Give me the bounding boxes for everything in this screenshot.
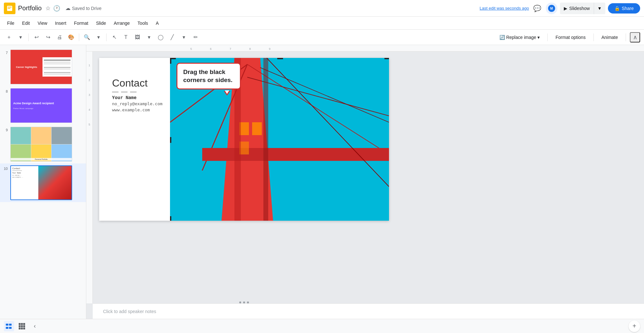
menu-more[interactable]: A <box>153 19 162 27</box>
slide-thumb-9: Personal Portfolio <box>10 127 72 162</box>
menu-file[interactable]: File <box>4 19 18 27</box>
line-tool[interactable]: ╱ <box>167 32 177 42</box>
svg-rect-21 <box>9 324 12 326</box>
tooltip-box: Drag the black corners or sides. <box>176 63 241 89</box>
menu-tools[interactable]: Tools <box>134 19 151 27</box>
zoom-button[interactable]: 🔍 <box>82 32 92 42</box>
last-edit[interactable]: Last edit was seconds ago <box>480 6 529 11</box>
replace-image-button[interactable]: 🔄 Replace image ▾ <box>496 33 544 42</box>
separator-5 <box>593 33 594 41</box>
horizontal-ruler: 5 6 7 8 9 <box>86 45 644 51</box>
slide-canvas[interactable]: Contact Your Name no_reply@example.com w… <box>99 58 389 221</box>
svg-rect-3 <box>8 8 10 9</box>
separator-4 <box>547 33 548 41</box>
menu-slide[interactable]: Slide <box>93 19 109 27</box>
redo-button[interactable]: ↪ <box>43 32 53 42</box>
menu-view[interactable]: View <box>34 19 51 27</box>
menu-insert[interactable]: Insert <box>52 19 70 27</box>
slide-item-7[interactable]: 7 Career highlights <box>0 48 86 86</box>
grid-view-button[interactable] <box>17 321 27 331</box>
print-button[interactable]: 🖨 <box>54 32 65 42</box>
ruler-tick: 7 <box>230 47 231 51</box>
slide-thumb-8: Acme Design Award recipient Parker Music… <box>10 88 72 123</box>
zoom-dropdown[interactable]: ▾ <box>93 32 104 42</box>
divider-2 <box>121 92 128 92</box>
canvas-wrapper: Contact Your Name no_reply@example.com w… <box>99 58 389 297</box>
s9-cell-1 <box>11 127 31 144</box>
menu-format[interactable]: Format <box>71 19 91 27</box>
slide-item-10[interactable]: 10 Contact Your Name no_reply@... www.ex… <box>0 163 86 202</box>
slideshow-dropdown[interactable]: ▾ <box>594 3 605 14</box>
svg-rect-23 <box>9 327 12 329</box>
separator-1 <box>28 33 29 41</box>
top-bar: Portfolio ☆ 🕐 ☁ Saved to Drive Last edit… <box>0 0 644 17</box>
toolbar: + ▾ ↩ ↪ 🖨 🎨 🔍 ▾ ↖ T 🖼 ▾ ◯ ╱ ▾ ✏ 🔄 Replac… <box>0 30 644 45</box>
slide-item-8[interactable]: 8 Acme Design Award recipient Parker Mus… <box>0 86 86 125</box>
line-dropdown[interactable]: ▾ <box>179 32 189 42</box>
slide-number-8: 8 <box>3 88 8 93</box>
svg-rect-26 <box>23 323 25 325</box>
bottom-toolbar: ‹ + <box>0 319 644 333</box>
speaker-notes[interactable]: Click to add speaker notes <box>93 303 644 319</box>
collapse-panel-button[interactable]: ‹ <box>30 321 40 331</box>
title-actions: ☆ 🕐 ☁ Saved to Drive <box>45 5 101 12</box>
cloud-icon: ☁ <box>65 5 71 11</box>
svg-text:M: M <box>550 7 553 10</box>
animate-button[interactable]: Animate <box>598 33 622 42</box>
image-toolbar: 🔄 Replace image ▾ Format options Animate… <box>496 32 640 42</box>
paint-format-button[interactable]: 🎨 <box>66 32 76 42</box>
svg-rect-28 <box>21 325 23 327</box>
slideshow-button[interactable]: ▶ Slideshow ▾ <box>560 3 605 14</box>
slide-item-9[interactable]: 9 Personal Portfolio <box>0 125 86 163</box>
separator-2 <box>79 33 79 41</box>
add-dropdown[interactable]: ▾ <box>15 32 26 42</box>
history-icon[interactable]: 🕐 <box>53 5 60 12</box>
lock-icon: 🔒 <box>614 6 620 11</box>
undo-button[interactable]: ↩ <box>31 32 42 42</box>
image-tool[interactable]: 🖼 <box>132 32 143 42</box>
google-meet-button[interactable]: M <box>546 3 557 14</box>
pen-tool[interactable]: ✏ <box>190 32 201 42</box>
select-tool[interactable]: ↖ <box>109 32 119 42</box>
s9-cell-3 <box>52 127 72 144</box>
top-right-actions: 💬 M ▶ Slideshow ▾ 🔒 Share <box>532 3 640 14</box>
menu-edit[interactable]: Edit <box>19 19 33 27</box>
s9-label: Personal Portfolio <box>11 158 72 161</box>
canvas-and-ruler: 1 2 3 4 5 Contact Y <box>86 51 644 303</box>
ruler-tick: 9 <box>269 47 270 51</box>
svg-rect-12 <box>202 148 389 161</box>
slide-dot-2 <box>243 301 245 303</box>
add-slide-button[interactable]: + <box>629 320 640 332</box>
saved-status: ☁ Saved to Drive <box>65 5 101 11</box>
slide-dot-1 <box>239 301 241 303</box>
slideshow-main[interactable]: ▶ Slideshow <box>560 3 594 14</box>
format-options-button[interactable]: Format options <box>552 33 589 42</box>
text-tool[interactable]: T <box>121 32 131 42</box>
svg-rect-22 <box>6 327 8 329</box>
separator-6 <box>626 33 626 41</box>
menu-arrange[interactable]: Arrange <box>110 19 133 27</box>
svg-rect-17 <box>263 58 268 221</box>
image-dropdown[interactable]: ▾ <box>144 32 154 42</box>
vertical-ruler: 1 2 3 4 5 <box>86 51 93 303</box>
shape-tool[interactable]: ◯ <box>156 32 166 42</box>
s8-content: Acme Design Award recipient Parker Music… <box>11 99 57 112</box>
main-content: 7 Career highlights 8 <box>0 45 644 319</box>
replace-icon: 🔄 <box>499 35 505 40</box>
add-button[interactable]: + <box>4 32 14 42</box>
comments-button[interactable]: 💬 <box>532 3 543 14</box>
slide-number-9: 9 <box>3 127 8 132</box>
share-button[interactable]: 🔒 Share <box>608 3 640 14</box>
s9-grid <box>11 127 72 161</box>
s7-left: Career highlights <box>11 63 43 71</box>
svg-rect-30 <box>19 328 21 329</box>
svg-rect-2 <box>8 7 12 7</box>
slide-number-7: 7 <box>3 50 8 55</box>
star-icon[interactable]: ☆ <box>45 5 51 12</box>
slide-thumb-10: Contact Your Name no_reply@... www.examp… <box>10 165 72 200</box>
collapse-toolbar-button[interactable]: ∧ <box>630 32 640 42</box>
svg-rect-31 <box>21 328 23 329</box>
svg-rect-25 <box>21 323 23 325</box>
filmstrip-view-button[interactable] <box>4 321 14 331</box>
svg-rect-29 <box>23 325 25 327</box>
